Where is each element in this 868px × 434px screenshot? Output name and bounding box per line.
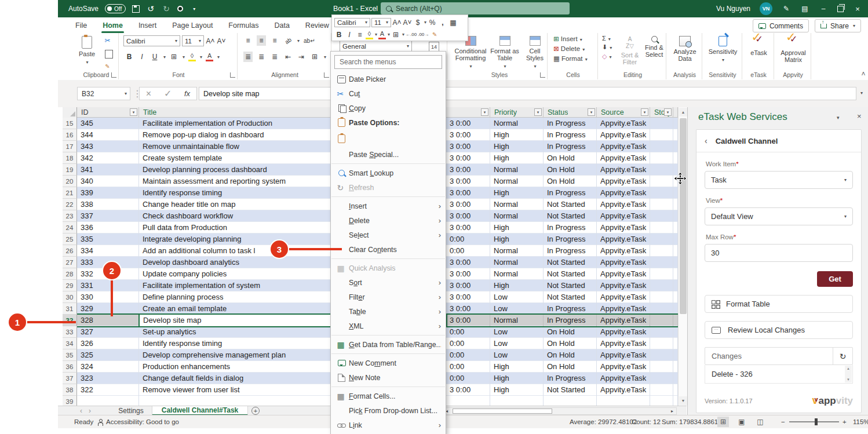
cell[interactable]: Appvity.eTask (597, 349, 650, 361)
cell[interactable]: 328 (77, 315, 139, 326)
cell[interactable]: In Progress (544, 222, 597, 234)
cell[interactable]: 325 (77, 349, 139, 361)
cell[interactable] (673, 118, 678, 129)
cell[interactable]: Not Started (544, 210, 597, 222)
menu-item-paste-special[interactable]: Paste Special... (331, 147, 446, 162)
cell[interactable]: Appvity.eTask (597, 176, 650, 187)
cell[interactable]: Appvity.eTask (597, 338, 650, 349)
cell[interactable]: 344 (77, 129, 139, 141)
ribbon-display-icon[interactable]: ▤ (800, 3, 809, 14)
cell[interactable] (673, 257, 678, 268)
analyze-data-button[interactable]: Analyze Data (668, 33, 702, 62)
cell[interactable] (650, 396, 673, 406)
mini-italic-button[interactable]: I (345, 30, 354, 40)
cell[interactable] (650, 291, 673, 303)
styles-dialog-launcher-icon[interactable] (540, 72, 545, 78)
cell[interactable]: High (490, 222, 544, 234)
cell[interactable] (673, 338, 678, 349)
menu-item-filter[interactable]: Filter› (331, 290, 446, 304)
cell[interactable]: Appvity.eTask (597, 326, 650, 338)
record-icon[interactable] (177, 6, 183, 12)
cell[interactable]: Not Started (544, 199, 597, 210)
cell[interactable] (650, 118, 673, 129)
copy-icon[interactable] (105, 50, 113, 59)
cell[interactable]: 0:00 (446, 349, 490, 361)
collapse-ribbon-icon[interactable]: ˄ (859, 69, 868, 79)
filter-icon[interactable]: ▾ (588, 108, 595, 116)
cell[interactable]: 3 0:00 (446, 222, 490, 234)
cell[interactable]: 338 (77, 199, 139, 210)
review-local-changes-button[interactable]: ···Review Local Changes (705, 321, 853, 339)
cell[interactable]: In Progress (544, 129, 597, 141)
cell[interactable] (650, 129, 673, 141)
cell[interactable]: In Progress (544, 315, 597, 326)
tab-home[interactable]: Home (103, 17, 123, 33)
cell[interactable]: Appvity.eTask (597, 280, 650, 291)
cell[interactable]: 322 (77, 384, 139, 396)
cell[interactable]: 3 0:00 (446, 280, 490, 291)
align-middle-icon[interactable]: ≡ (257, 35, 266, 46)
zoom-in-button[interactable]: + (843, 415, 847, 428)
cell[interactable]: 345 (77, 118, 139, 129)
user-name[interactable]: Vu Nguyen (716, 5, 750, 13)
menu-item-sort[interactable]: Sort› (331, 275, 446, 290)
orientation-icon[interactable]: ab (281, 34, 294, 48)
cell[interactable] (650, 234, 673, 245)
font-family-select[interactable]: Calibri▾ (123, 35, 180, 46)
increase-indent-icon[interactable]: ⇥ (297, 52, 306, 62)
approval-matrix-button[interactable]: ✓✓Approval Matrix (775, 33, 811, 63)
cell[interactable]: In Progress (544, 118, 597, 129)
share-button[interactable]: Share▾ (815, 19, 861, 32)
insert-function-icon[interactable]: fx (184, 89, 190, 98)
row-number[interactable]: 22 (63, 199, 77, 210)
paste-button[interactable]: Paste▾ (79, 33, 95, 66)
change-list-item[interactable]: Delete - 326 ▲▼ (705, 365, 853, 384)
sheet-tab-caldwell[interactable]: Caldwell Channel#Task (152, 406, 248, 415)
find-select-button[interactable]: Find & Select (643, 33, 666, 58)
decrease-indent-icon[interactable]: ⇤ (283, 52, 293, 62)
cell[interactable]: 324 (77, 361, 139, 373)
column-header-source[interactable]: Source▾ (597, 107, 650, 118)
align-top-icon[interactable]: ≡ (243, 35, 253, 46)
back-chevron-icon[interactable]: ‹ (705, 136, 707, 145)
autosum-button[interactable]: Σ ▾ (602, 35, 612, 42)
format-as-table-button[interactable]: Format as Table▾ (490, 33, 519, 70)
cell[interactable]: 323 (77, 373, 139, 384)
cell[interactable]: 3 0:00 (446, 152, 490, 164)
cell[interactable]: Not Started (544, 257, 597, 268)
tab-formulas[interactable]: Formulas (228, 17, 258, 33)
alignment-dialog-launcher-icon[interactable] (324, 72, 329, 78)
cell[interactable] (650, 152, 673, 164)
cell[interactable]: Normal (490, 268, 544, 280)
clear-button[interactable]: ◇ ▾ (602, 53, 612, 60)
cell[interactable] (673, 349, 678, 361)
font-size-select[interactable]: 11▾ (182, 35, 204, 46)
sheet-tab-settings[interactable]: Settings (110, 406, 152, 415)
cell[interactable] (650, 210, 673, 222)
menu-item-table[interactable]: Table› (331, 304, 446, 319)
cell[interactable]: Appvity.eTask (597, 210, 650, 222)
vertical-scroll-thumb[interactable] (680, 118, 687, 314)
row-number[interactable]: 30 (63, 291, 77, 303)
cell[interactable] (673, 234, 678, 245)
cell[interactable]: On Hold (544, 349, 597, 361)
menu-item-smart-lookup[interactable]: Smart Lookup (331, 166, 446, 180)
row-number[interactable]: 33 (63, 326, 77, 338)
cell[interactable]: Appvity.eTask (597, 303, 650, 315)
mini-increase-decimal-icon[interactable]: ←.00 (406, 30, 417, 40)
row-number[interactable]: 27 (63, 257, 77, 268)
column-header-priority[interactable]: Priority▾ (490, 107, 544, 118)
cell[interactable] (650, 268, 673, 280)
cell[interactable] (673, 141, 678, 152)
mini-comma-icon[interactable]: , (438, 17, 447, 28)
cell[interactable]: Not Started (544, 384, 597, 396)
filter-icon[interactable]: ▾ (641, 108, 648, 116)
cell[interactable]: 3 0:00 (446, 199, 490, 210)
tab-data[interactable]: Data (274, 17, 289, 33)
cell[interactable] (650, 222, 673, 234)
cell[interactable]: Appvity.eTask (597, 234, 650, 245)
cell[interactable]: 3 0:00 (446, 187, 490, 199)
row-number[interactable]: 15 (63, 118, 77, 129)
cell[interactable] (673, 315, 678, 326)
autosave-toggle[interactable]: Off (105, 4, 126, 13)
